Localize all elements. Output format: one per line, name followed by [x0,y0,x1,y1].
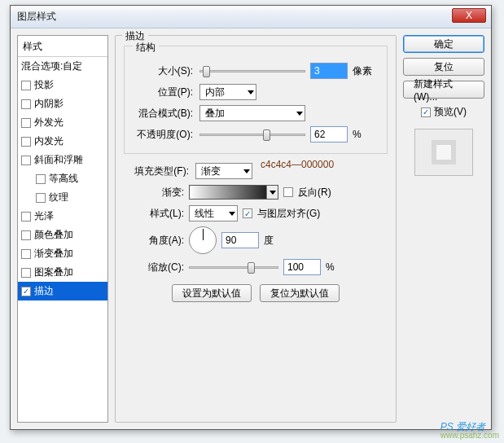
scale-slider[interactable] [189,261,278,274]
stroke-group: 描边 结构 大小(S): 3 像素 位置(P): 内部 [115,35,397,423]
angle-dial[interactable] [189,226,217,254]
preview-checkbox[interactable] [421,107,431,117]
style-item-label: 光泽 [34,209,54,223]
watermark: PS 爱好者 www.psahz.com [440,417,499,440]
style-item-checkbox[interactable] [21,212,31,222]
gradient-label: 渐变: [127,186,184,200]
new-style-button[interactable]: 新建样式(W)... [403,81,484,99]
size-label: 大小(S): [131,64,195,78]
angle-unit: 度 [264,234,274,248]
opacity-label: 不透明度(O): [131,128,195,142]
style-item-label: 颜色叠加 [34,228,73,242]
style-item-label: 内发光 [34,134,64,148]
window-title: 图层样式 [17,10,56,24]
chevron-down-icon [270,191,276,195]
style-item-9[interactable]: 渐变叠加 [18,244,107,263]
angle-label: 角度(A): [127,234,184,248]
preview-thumbnail [414,129,473,176]
align-checkbox[interactable] [243,208,252,218]
structure-legend: 结构 [133,41,159,55]
chevron-down-icon [229,212,235,216]
style-item-1[interactable]: 内阴影 [18,94,107,113]
style-item-label: 渐变叠加 [34,247,73,261]
style-item-checkbox[interactable] [36,174,46,184]
scale-label: 缩放(C): [127,261,184,274]
scale-unit: % [326,261,335,273]
style-item-label: 等高线 [49,172,78,186]
style-item-label: 内阴影 [34,97,64,111]
style-item-checkbox[interactable] [21,230,31,240]
chevron-down-icon [248,90,254,94]
style-list-header[interactable]: 样式 [18,37,107,57]
blendmode-select[interactable]: 叠加 [199,105,305,121]
position-label: 位置(P): [131,86,195,99]
style-item-checkbox[interactable] [21,137,31,147]
style-item-8[interactable]: 颜色叠加 [18,226,107,244]
close-icon: X [466,10,472,21]
size-unit: 像素 [353,64,372,78]
style-item-4[interactable]: 斜面和浮雕 [18,151,107,169]
right-panel: 确定 复位 新建样式(W)... 预览(V) [403,35,484,423]
cancel-button[interactable]: 复位 [403,58,484,76]
reverse-label: 反向(R) [298,186,331,200]
preview-label: 预览(V) [434,105,467,119]
style-item-label: 纹理 [49,191,68,204]
style-item-checkbox[interactable] [36,193,46,203]
style-item-label: 图案叠加 [34,265,73,279]
style-item-label: 投影 [34,78,54,92]
style-item-11[interactable]: 描边 [18,282,107,300]
style-item-checkbox[interactable] [21,81,31,90]
reset-default-button[interactable]: 复位为默认值 [260,284,340,302]
style-item-6[interactable]: 纹理 [18,188,107,207]
filltype-select[interactable]: 渐变 [195,163,252,179]
size-field[interactable]: 3 [310,63,348,79]
style-item-checkbox[interactable] [21,287,31,296]
layer-style-dialog: 图层样式 X 样式 混合选项:自定 投影内阴影外发光内发光斜面和浮雕等高线纹理光… [10,5,492,430]
opacity-slider[interactable] [199,128,305,141]
style-item-10[interactable]: 图案叠加 [18,263,107,282]
style-label: 样式(L): [127,207,184,221]
titlebar[interactable]: 图层样式 X [11,6,491,29]
position-select[interactable]: 内部 [199,84,256,100]
style-item-0[interactable]: 投影 [18,76,107,94]
style-item-label: 斜面和浮雕 [34,153,83,167]
style-list: 样式 混合选项:自定 投影内阴影外发光内发光斜面和浮雕等高线纹理光泽颜色叠加渐变… [17,35,108,423]
fill-subgroup: 填充类型(F): 渐变 c4c4c4—000000 渐变: 反向(R) 样式(L… [124,162,388,302]
ok-button[interactable]: 确定 [403,35,484,53]
chevron-down-icon [243,169,250,173]
blend-options-item[interactable]: 混合选项:自定 [18,57,107,76]
close-button[interactable]: X [452,8,486,23]
opacity-unit: % [353,129,362,140]
style-item-5[interactable]: 等高线 [18,169,107,188]
blendmode-label: 混合模式(B): [131,107,195,121]
style-item-checkbox[interactable] [21,268,31,278]
style-item-label: 描边 [34,284,54,298]
opacity-field[interactable]: 62 [310,126,348,143]
style-item-checkbox[interactable] [21,118,31,128]
style-item-2[interactable]: 外发光 [18,113,107,132]
gradient-picker[interactable] [189,185,278,200]
chevron-down-icon [296,112,303,116]
align-label: 与图层对齐(G) [257,207,320,221]
size-slider[interactable] [199,64,305,77]
style-item-checkbox[interactable] [21,156,31,165]
style-item-3[interactable]: 内发光 [18,132,107,151]
scale-field[interactable]: 100 [283,259,321,275]
style-item-checkbox[interactable] [21,99,31,109]
style-select[interactable]: 线性 [189,205,238,222]
style-item-checkbox[interactable] [21,249,31,259]
filltype-label: 填充类型(F): [127,164,191,178]
style-item-label: 外发光 [34,116,64,129]
angle-field[interactable]: 90 [221,232,259,248]
reverse-checkbox[interactable] [283,187,293,197]
set-default-button[interactable]: 设置为默认值 [172,284,252,302]
structure-subgroup: 结构 大小(S): 3 像素 位置(P): 内部 [124,46,388,154]
style-item-7[interactable]: 光泽 [18,207,107,226]
